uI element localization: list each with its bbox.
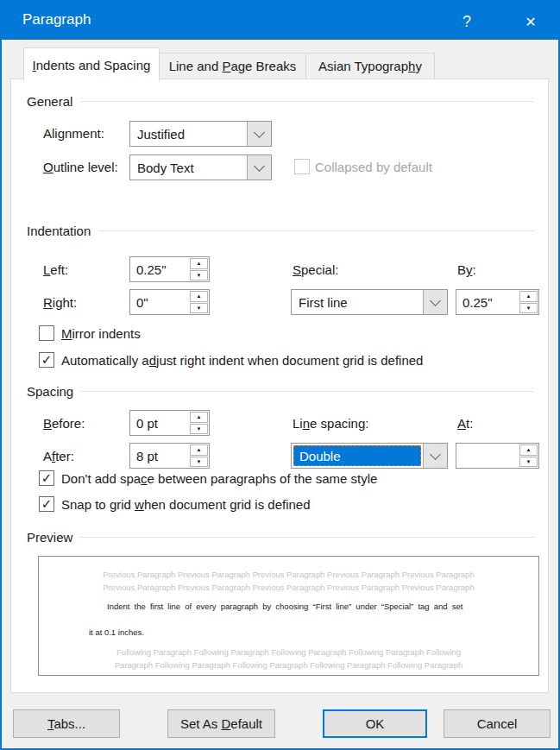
by-spinner[interactable]: 0.25" ▲ ▼ (456, 289, 539, 315)
tab-asian-typography[interactable]: Asian Typography (305, 53, 435, 79)
spin-down-button[interactable]: ▼ (190, 270, 208, 281)
spin-up-button[interactable]: ▲ (190, 258, 208, 269)
tab-page-indents-and-spacing: General Alignment: Justified Outline lev… (10, 79, 549, 693)
tab-line-and-page-breaks[interactable]: Line and Page Breaks (159, 53, 306, 79)
check-icon: ✓ (41, 353, 53, 366)
close-button[interactable]: ✕ (512, 2, 550, 41)
after-label: After: (43, 449, 74, 463)
line-spacing-label: Line spacing: (293, 416, 368, 431)
before-value[interactable]: 0 pt (130, 411, 189, 435)
at-value[interactable] (456, 444, 519, 468)
preview-following-line: Following Paragraph Following Paragraph … (39, 646, 538, 659)
after-value[interactable]: 8 pt (130, 444, 189, 468)
outline-level-value: Body Text (132, 157, 245, 178)
section-rule (98, 230, 534, 231)
spin-down-button[interactable]: ▼ (190, 424, 208, 435)
spin-down-button[interactable]: ▼ (519, 457, 538, 468)
up-arrow-icon: ▲ (197, 414, 202, 419)
special-label: Special: (293, 262, 338, 277)
section-rule (80, 101, 534, 102)
tab-indents-and-spacing[interactable]: Indents and Spacing (23, 47, 160, 81)
spin-down-button[interactable]: ▼ (190, 303, 208, 314)
mirror-indents-checkbox[interactable] (39, 325, 54, 341)
check-icon: ✓ (41, 497, 53, 510)
preview-previous-line: Previous Paragraph Previous Paragraph Pr… (39, 568, 538, 581)
up-arrow-icon: ▲ (197, 293, 202, 299)
up-arrow-icon: ▲ (526, 293, 532, 299)
collapsed-by-default-label: Collapsed by default (315, 160, 432, 174)
cancel-button[interactable]: Cancel (444, 709, 551, 738)
tabs-button[interactable]: Tabs... (13, 709, 120, 738)
preview-body-line: Indent the first line of every paragraph… (39, 594, 538, 620)
right-indent-label: Right: (43, 295, 77, 310)
by-value[interactable]: 0.25" (456, 290, 519, 314)
dont-add-space-label: Don't add space between paragraphs of th… (61, 471, 377, 486)
section-rule (80, 537, 534, 538)
left-indent-spinner[interactable]: 0.25" ▲ ▼ (129, 256, 210, 282)
dialog-title: Paragraph (22, 11, 91, 28)
outline-level-label: Outline level: (43, 160, 118, 174)
collapsed-by-default-checkbox (294, 159, 310, 174)
tab-label: Indents and Spacing (33, 58, 151, 72)
spin-up-button[interactable]: ▲ (190, 291, 208, 302)
general-section-header: General (27, 94, 534, 109)
after-spinner[interactable]: 8 pt ▲ ▼ (129, 443, 210, 469)
right-indent-spinner[interactable]: 0" ▲ ▼ (129, 289, 210, 315)
up-arrow-icon: ▲ (197, 261, 202, 266)
chevron-down-icon (430, 295, 441, 306)
line-spacing-dropdown[interactable]: Double (291, 443, 448, 469)
tabs-button-label: Tabs... (47, 716, 85, 731)
before-label: Before: (43, 416, 85, 431)
paragraph-dialog: Paragraph ? ✕ Indents and Spacing Line a… (0, 0, 560, 750)
down-arrow-icon: ▼ (197, 273, 202, 278)
check-icon: ✓ (41, 471, 53, 484)
alignment-dropdown-button[interactable] (247, 122, 271, 146)
outline-level-dropdown-button[interactable] (247, 155, 271, 180)
dont-add-space-checkbox[interactable]: ✓ (39, 470, 54, 486)
down-arrow-icon: ▼ (526, 306, 532, 311)
ok-button-label: OK (366, 716, 385, 731)
outline-level-dropdown[interactable]: Body Text (129, 154, 272, 180)
spin-up-button[interactable]: ▲ (190, 444, 208, 456)
up-arrow-icon: ▲ (526, 447, 532, 452)
line-spacing-value: Double (293, 445, 421, 466)
at-spinner[interactable]: ▲ ▼ (456, 443, 539, 469)
preview-following-line: Following Paragraph Following Paragraph … (39, 671, 538, 676)
down-arrow-icon: ▼ (526, 459, 532, 464)
left-indent-value[interactable]: 0.25" (130, 257, 189, 281)
section-rule (81, 391, 534, 392)
spacing-section-header: Spacing (27, 384, 534, 399)
help-icon: ? (462, 13, 471, 31)
before-spinner[interactable]: 0 pt ▲ ▼ (129, 410, 210, 436)
indentation-section-header: Indentation (27, 224, 534, 238)
spin-up-button[interactable]: ▲ (519, 291, 538, 302)
down-arrow-icon: ▼ (197, 306, 202, 311)
spin-down-button[interactable]: ▼ (519, 303, 538, 314)
up-arrow-icon: ▲ (197, 447, 202, 452)
alignment-value: Justified (132, 123, 245, 144)
spin-up-button[interactable]: ▲ (519, 444, 538, 456)
chevron-down-icon (254, 161, 265, 172)
cancel-button-label: Cancel (477, 716, 518, 731)
special-dropdown[interactable]: First line (291, 289, 448, 315)
help-button[interactable]: ? (448, 2, 486, 41)
ok-button[interactable]: OK (323, 709, 427, 738)
preview-box: Previous Paragraph Previous Paragraph Pr… (38, 556, 539, 676)
by-label: By: (457, 262, 476, 277)
mirror-indents-label: Mirror indents (61, 326, 141, 341)
special-value: First line (293, 292, 421, 312)
right-indent-value[interactable]: 0" (130, 290, 189, 314)
preview-section-header: Preview (27, 530, 534, 545)
special-dropdown-button[interactable] (423, 290, 447, 314)
spin-up-button[interactable]: ▲ (190, 412, 208, 423)
set-as-default-button[interactable]: Set As Default (167, 709, 275, 738)
preview-following-line: Paragraph Following Paragraph Following … (39, 659, 538, 671)
chevron-down-icon (430, 449, 441, 460)
down-arrow-icon: ▼ (197, 426, 202, 432)
line-spacing-dropdown-button[interactable] (423, 444, 447, 468)
preview-body-line: it at 0.1 inches. (39, 620, 538, 646)
snap-to-grid-checkbox[interactable]: ✓ (39, 496, 54, 512)
spin-down-button[interactable]: ▼ (190, 457, 208, 468)
alignment-dropdown[interactable]: Justified (129, 121, 272, 147)
auto-adjust-right-indent-checkbox[interactable]: ✓ (39, 352, 54, 368)
